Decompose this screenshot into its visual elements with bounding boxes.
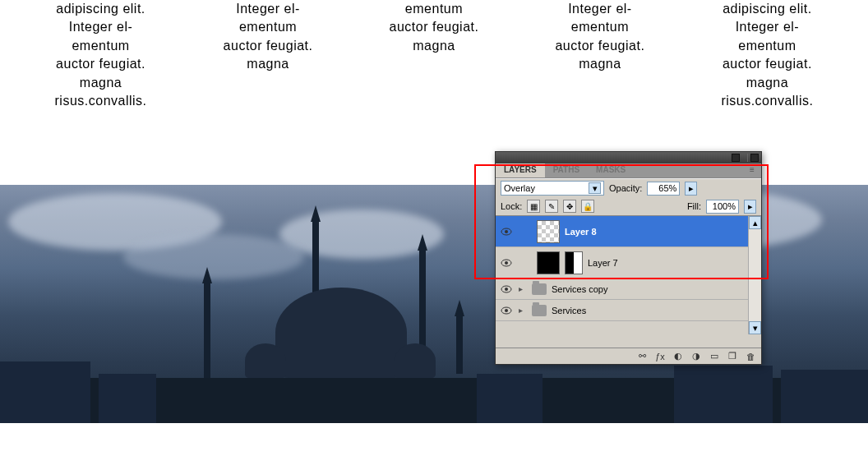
collapse-icon[interactable] — [732, 154, 740, 162]
tab-masks[interactable]: MASKS — [588, 163, 634, 177]
layer-list: Layer 8 Layer 7 ▸ Services copy ▸ Servic… — [496, 215, 761, 334]
blend-mode-dropdown[interactable]: Overlay ▾ — [501, 181, 604, 196]
layer-mask-icon[interactable]: ◐ — [671, 350, 686, 363]
chevron-down-icon: ▾ — [589, 182, 601, 194]
lock-transparency-icon[interactable]: ▦ — [527, 200, 540, 213]
link-layers-icon[interactable]: ⚯ — [635, 350, 649, 363]
layer-mask-thumbnail — [565, 251, 583, 274]
scroll-down-icon[interactable]: ▾ — [749, 321, 761, 334]
adjustment-layer-icon[interactable]: ◑ — [689, 350, 704, 363]
panel-titlebar[interactable] — [496, 152, 761, 163]
new-group-icon[interactable]: ▭ — [707, 350, 722, 363]
svg-point-1 — [505, 230, 508, 233]
visibility-icon[interactable] — [499, 303, 514, 318]
opts-row-1: Overlay ▾ Opacity: 65% ▸ — [496, 178, 761, 197]
opts-row-2: Lock: ▦ ✎ ✥ 🔒 Fill: 100% ▸ — [496, 197, 761, 215]
layer-row-layer7[interactable]: Layer 7 — [496, 247, 761, 279]
text-col-5: adipiscing elit. Integer el- ementum auc… — [721, 0, 813, 110]
blend-mode-value: Overlay — [504, 183, 535, 193]
fx-icon[interactable]: ƒx — [653, 350, 667, 363]
layer-row-services[interactable]: ▸ Services — [496, 300, 761, 321]
fill-field[interactable]: 100% — [706, 200, 739, 214]
text-columns: adipiscing elit. Integer el- ementum auc… — [0, 0, 868, 110]
fill-label: Fill: — [687, 201, 701, 211]
visibility-icon[interactable] — [499, 256, 514, 270]
text-col-3: ementum auctor feugiat. magna — [390, 0, 479, 110]
layer-name: Services — [552, 306, 586, 315]
layer-row-services-copy[interactable]: ▸ Services copy — [496, 279, 761, 300]
folder-icon — [532, 305, 547, 316]
lock-all-icon[interactable]: 🔒 — [581, 200, 594, 213]
svg-point-5 — [505, 288, 508, 291]
chevron-right-icon[interactable]: ▸ — [519, 306, 529, 315]
opacity-field[interactable]: 65% — [647, 182, 680, 196]
layer-thumbnail — [537, 220, 560, 243]
svg-point-7 — [505, 309, 508, 312]
text-col-4: Integer el- ementum auctor feugiat. magn… — [555, 0, 644, 110]
opacity-flyout-icon[interactable]: ▸ — [685, 182, 697, 196]
lock-move-icon[interactable]: ✥ — [563, 200, 576, 213]
svg-point-3 — [505, 261, 508, 265]
tab-paths[interactable]: PATHS — [545, 163, 588, 177]
visibility-icon[interactable] — [499, 282, 514, 297]
fill-flyout-icon[interactable]: ▸ — [744, 200, 756, 214]
layer-name: Layer 7 — [588, 258, 618, 268]
chevron-right-icon[interactable]: ▸ — [519, 284, 529, 293]
scroll-up-icon[interactable]: ▴ — [749, 216, 761, 229]
layer-name: Layer 8 — [565, 227, 597, 237]
layer-name: Services copy — [552, 284, 607, 294]
panel-menu-icon[interactable]: ≡ — [746, 165, 758, 175]
panel-footer: ⚯ ƒx ◐ ◑ ▭ ❐ 🗑 — [496, 348, 761, 364]
layer-row-layer8[interactable]: Layer 8 — [496, 216, 761, 247]
tab-layers[interactable]: LAYERS — [496, 163, 545, 177]
text-col-2: Integer el- ementum auctor feugiat. magn… — [224, 0, 313, 110]
folder-icon — [532, 283, 547, 295]
close-icon[interactable] — [750, 154, 759, 162]
new-layer-icon[interactable]: ❐ — [725, 350, 740, 363]
lock-label: Lock: — [501, 201, 522, 211]
delete-layer-icon[interactable]: 🗑 — [743, 350, 758, 363]
opacity-label: Opacity: — [609, 183, 642, 193]
layer-thumbnail — [537, 251, 560, 274]
lock-brush-icon[interactable]: ✎ — [545, 200, 558, 213]
text-col-1: adipiscing elit. Integer el- ementum auc… — [55, 0, 147, 110]
panel-tabs: LAYERS PATHS MASKS — [496, 163, 761, 178]
visibility-icon[interactable] — [499, 224, 514, 239]
scrollbar[interactable]: ▴ ▾ — [748, 216, 761, 334]
layers-panel: LAYERS PATHS MASKS ≡ Overlay ▾ Opacity: … — [495, 151, 762, 365]
